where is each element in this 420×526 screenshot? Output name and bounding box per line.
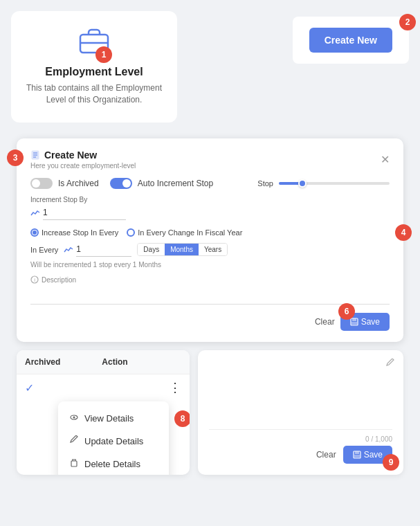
view-details-item[interactable]: View Details 8 [58, 407, 169, 430]
archived-column-header: Archived [25, 357, 60, 367]
slider-track [279, 182, 390, 185]
info-icon: i [30, 275, 39, 284]
briefcase-icon-wrapper: 1 [79, 28, 109, 60]
modal-header: 3 Create New Here you create employment-… [30, 149, 390, 170]
slider-thumb[interactable] [298, 179, 307, 188]
right-panel: 0 / 1,000 Clear Save 9 [198, 350, 403, 475]
svg-point-12 [73, 417, 75, 419]
right-badge-9: 9 [383, 454, 399, 471]
right-footer: Clear Save 9 [209, 446, 392, 464]
auto-increment-row: Auto Increment Stop [110, 178, 213, 189]
top-section: 1 Employment Level This tab contains all… [0, 0, 420, 138]
increment-description-text: Will be incremented 1 stop every 1 Month… [30, 261, 390, 269]
view-details-label: View Details [84, 413, 134, 424]
increase-label: Increase Stop In Every [42, 228, 118, 237]
delete-details-item[interactable]: Delete Details [58, 453, 169, 475]
auto-increment-toggle[interactable] [110, 178, 132, 189]
check-icon: ✓ [25, 381, 34, 394]
three-dots-button[interactable]: ⋮ [169, 381, 181, 394]
description-section: i Description [30, 275, 390, 284]
svg-rect-13 [71, 461, 77, 466]
fiscal-year-label: In Every Change In Fiscal Year [138, 228, 242, 237]
modal-title: Create New [30, 149, 136, 161]
stop-slider-row: Stop [257, 179, 390, 188]
bottom-section: Archived Action 7 ✓ ⋮ View Details 8 [0, 350, 420, 475]
is-archived-toggle[interactable] [30, 178, 53, 189]
delete-details-label: Delete Details [84, 459, 140, 469]
separator [209, 429, 392, 430]
modal-badge-4: 4 [395, 224, 412, 241]
modal-doc-icon [30, 150, 40, 160]
modal-section: 3 Create New Here you create employment-… [0, 138, 420, 342]
increment-input-row [30, 206, 390, 220]
modal-title-text: Create New [44, 149, 97, 161]
create-modal: 3 Create New Here you create employment-… [17, 138, 403, 342]
stop-slider-container [279, 182, 390, 185]
trash-icon [69, 458, 79, 470]
modal-badge-3: 3 [7, 149, 24, 166]
svg-text:i: i [34, 277, 35, 283]
stop-label: Stop [257, 179, 273, 188]
trend-icon [30, 208, 40, 218]
employment-level-card: 1 Employment Level This tab contains all… [11, 11, 177, 123]
auto-increment-label: Auto Increment Stop [138, 179, 213, 188]
table-box: Archived Action 7 ✓ ⋮ View Details 8 [17, 350, 190, 475]
action-column-header: Action [102, 357, 127, 367]
increment-stop-section: Increment Stop By [30, 196, 390, 220]
card-title: Employment Level [45, 66, 143, 78]
right-clear-button[interactable]: Clear [316, 450, 336, 460]
is-archived-label: Is Archived [58, 179, 99, 188]
dropdown-menu: View Details 8 Update Details Delete Det… [58, 401, 169, 475]
card-subtitle: This tab contains all the Employment Lev… [22, 82, 166, 106]
svg-rect-9 [352, 318, 356, 321]
svg-rect-10 [351, 322, 357, 325]
radio-increase-dot [30, 228, 39, 237]
update-details-item[interactable]: Update Details [58, 430, 169, 453]
archived-stop-row: Is Archived Auto Increment Stop Stop [30, 178, 390, 189]
months-button[interactable]: Months [165, 244, 199, 255]
svg-rect-18 [355, 451, 359, 454]
edit-icon [69, 435, 79, 447]
modal-subtitle: Here you create employment-level [30, 162, 136, 170]
in-every-input[interactable] [76, 242, 131, 257]
days-button[interactable]: Days [138, 244, 165, 255]
action-cell: ⋮ [169, 381, 181, 394]
table-header: Archived Action 7 [17, 350, 190, 374]
modal-close-button[interactable]: ✕ [381, 153, 390, 166]
increment-stop-by-input[interactable] [43, 206, 126, 220]
radio-fiscal-year[interactable]: In Every Change In Fiscal Year [127, 228, 242, 237]
years-button[interactable]: Years [199, 244, 227, 255]
create-new-button[interactable]: Create New [309, 28, 392, 53]
eye-icon [69, 412, 79, 424]
in-every-input-wrapper [64, 242, 131, 257]
radio-fiscal-dot [127, 228, 135, 237]
char-count: 0 / 1,000 [209, 435, 392, 443]
radio-options-row: Increase Stop In Every In Every Change I… [30, 228, 390, 237]
card-badge-1: 1 [95, 46, 112, 63]
period-buttons: Days Months Years [137, 243, 228, 256]
create-badge-2: 2 [399, 14, 416, 30]
right-save-icon [353, 451, 361, 459]
save-icon [350, 318, 358, 326]
in-every-label: In Every [30, 246, 58, 254]
description-label: Description [42, 276, 76, 284]
top-right: Create New 2 [185, 11, 409, 64]
is-archived-row: Is Archived [30, 178, 99, 189]
modal-title-group: 3 Create New Here you create employment-… [30, 149, 136, 170]
update-details-label: Update Details [84, 436, 143, 446]
modal-footer: 6 Clear Save [30, 313, 390, 331]
dropdown-badge-8: 8 [174, 410, 190, 427]
table-row: ✓ ⋮ [17, 374, 190, 401]
in-every-row: In Every Days Months Years [30, 242, 390, 257]
slider-fill [279, 182, 300, 185]
modal-save-label: Save [361, 317, 380, 327]
modal-badge-6: 6 [338, 303, 355, 320]
radio-increase-stop[interactable]: Increase Stop In Every [30, 228, 118, 237]
in-every-icon [64, 245, 73, 255]
right-save-label: Save [364, 450, 383, 460]
increment-stop-by-label: Increment Stop By [30, 196, 390, 203]
pencil-icon [385, 359, 395, 370]
description-input[interactable] [30, 288, 390, 305]
modal-clear-button[interactable]: Clear [315, 317, 335, 327]
svg-rect-19 [354, 455, 360, 457]
